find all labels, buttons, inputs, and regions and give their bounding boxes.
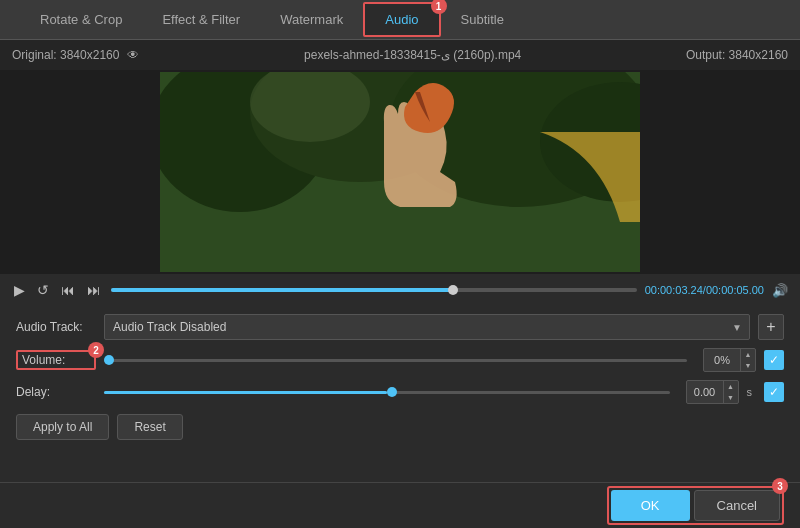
delay-unit-label: s	[747, 386, 753, 398]
original-resolution-label: Original: 3840x2160	[12, 48, 119, 62]
ok-badge: 3	[772, 478, 788, 494]
controls-panel: Audio Track: Audio Track Disabled ▼ + Vo…	[0, 304, 800, 450]
tab-watermark[interactable]: Watermark	[260, 4, 363, 35]
volume-icon[interactable]: 🔊	[772, 283, 788, 298]
video-preview-container	[0, 70, 800, 274]
eye-icon[interactable]: 👁	[127, 48, 139, 62]
progress-fill	[111, 288, 453, 292]
volume-slider-thumb[interactable]	[104, 355, 114, 365]
delay-slider-thumb[interactable]	[387, 387, 397, 397]
tab-audio[interactable]: Audio 1	[363, 2, 440, 37]
progress-thumb[interactable]	[448, 285, 458, 295]
tab-effect-filter[interactable]: Effect & Filter	[142, 4, 260, 35]
next-button[interactable]: ⏭	[85, 280, 103, 300]
action-row: Apply to All Reset	[16, 414, 784, 440]
apply-to-all-button[interactable]: Apply to All	[16, 414, 109, 440]
delay-spinners: ▲ ▼	[723, 381, 738, 403]
delay-slider-track[interactable]	[104, 391, 670, 394]
plus-icon: +	[766, 318, 775, 336]
video-preview	[160, 72, 640, 272]
current-time: 00:00:03.24	[645, 284, 703, 296]
delay-checkbox[interactable]: ✓	[764, 382, 784, 402]
scene-svg	[160, 72, 640, 272]
filename-label: pexels-ahmed-ى-18338415 (2160p).mp4	[304, 48, 521, 62]
total-time: 00:00:05.00	[706, 284, 764, 296]
volume-label: Volume: 2	[16, 350, 96, 370]
delay-value-wrap: ▲ ▼	[686, 380, 739, 404]
audio-track-row: Audio Track: Audio Track Disabled ▼ +	[16, 314, 784, 340]
volume-increment-button[interactable]: ▲	[741, 349, 755, 360]
delay-row: Delay: ▲ ▼ s ✓	[16, 380, 784, 404]
volume-spinners: ▲ ▼	[740, 349, 755, 371]
time-display: 00:00:03.24/00:00:05.00	[645, 284, 764, 296]
volume-value-wrap: ▲ ▼	[703, 348, 756, 372]
playback-bar: ▶ ↺ ⏮ ⏭ 00:00:03.24/00:00:05.00 🔊	[0, 274, 800, 304]
audio-track-select[interactable]: Audio Track Disabled	[104, 314, 750, 340]
bottom-bar: 3 OK Cancel	[0, 482, 800, 528]
reset-button[interactable]: Reset	[117, 414, 182, 440]
ok-button[interactable]: OK	[611, 490, 690, 521]
delay-label: Delay:	[16, 385, 96, 399]
delay-value-input[interactable]	[687, 386, 723, 398]
delay-slider-wrap[interactable]	[104, 391, 670, 394]
delay-decrement-button[interactable]: ▼	[724, 392, 738, 403]
volume-decrement-button[interactable]: ▼	[741, 360, 755, 371]
progress-bar[interactable]	[111, 288, 637, 292]
audio-track-label: Audio Track:	[16, 320, 96, 334]
play-button[interactable]: ▶	[12, 280, 27, 300]
tab-subtitle[interactable]: Subtitle	[441, 4, 524, 35]
add-audio-track-button[interactable]: +	[758, 314, 784, 340]
audio-track-dropdown-wrap: Audio Track Disabled ▼	[104, 314, 750, 340]
output-resolution-label: Output: 3840x2160	[686, 48, 788, 62]
tab-rotate-crop[interactable]: Rotate & Crop	[20, 4, 142, 35]
info-bar: Original: 3840x2160 👁 pexels-ahmed-ى-183…	[0, 40, 800, 70]
volume-slider-wrap[interactable]	[104, 359, 687, 362]
volume-checkbox[interactable]: ✓	[764, 350, 784, 370]
volume-row: Volume: 2 ▲ ▼ ✓	[16, 348, 784, 372]
prev-button[interactable]: ⏮	[59, 280, 77, 300]
cancel-button[interactable]: Cancel	[694, 490, 780, 521]
volume-slider-track[interactable]	[104, 359, 687, 362]
repeat-button[interactable]: ↺	[35, 280, 51, 300]
delay-increment-button[interactable]: ▲	[724, 381, 738, 392]
tab-bar: Rotate & Crop Effect & Filter Watermark …	[0, 0, 800, 40]
ok-cancel-area: 3 OK Cancel	[607, 486, 784, 525]
volume-value-input[interactable]	[704, 354, 740, 366]
volume-badge: 2	[88, 342, 104, 358]
delay-slider-fill	[104, 391, 387, 394]
